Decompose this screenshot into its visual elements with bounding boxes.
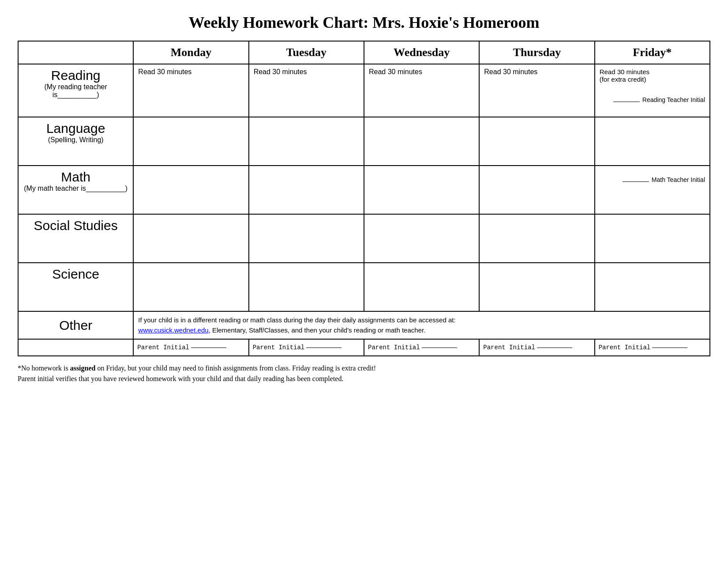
- parent-initial-thursday-blank: [537, 348, 572, 348]
- page-title: Weekly Homework Chart: Mrs. Hoxie's Home…: [18, 13, 710, 32]
- language-subject-sub: (Spelling, Writing): [23, 136, 128, 144]
- reading-friday-cell: Read 30 minutes (for extra credit) Readi…: [595, 64, 710, 117]
- parent-initial-thursday-cell: Parent Initial: [479, 339, 594, 356]
- reading-tuesday-cell: Read 30 minutes: [249, 64, 364, 117]
- social-studies-row: Social Studies: [18, 214, 710, 263]
- math-tuesday-cell: [249, 166, 364, 214]
- language-monday-cell: [133, 117, 248, 166]
- parent-initial-wednesday-label: Parent Initial: [368, 344, 420, 351]
- header-subject: [18, 41, 133, 64]
- parent-initial-tuesday-blank: [306, 348, 341, 348]
- reading-friday-text: Read 30 minutes (for extra credit): [600, 68, 705, 87]
- math-thursday-cell: [479, 166, 594, 214]
- other-row: Other If your child is in a different re…: [18, 311, 710, 339]
- social-tuesday-cell: [249, 214, 364, 263]
- math-initial-blank: [623, 181, 649, 182]
- math-monday-cell: [133, 166, 248, 214]
- science-friday-cell: [595, 263, 710, 311]
- language-friday-cell: [595, 117, 710, 166]
- footer-suffix: on Friday, but your child may need to fi…: [95, 364, 376, 372]
- social-monday-cell: [133, 214, 248, 263]
- reading-thursday-text: Read 30 minutes: [484, 68, 537, 76]
- reading-wednesday-cell: Read 30 minutes: [364, 64, 479, 117]
- parent-initial-wednesday-cell: Parent Initial: [364, 339, 479, 356]
- footer-bold: assigned: [70, 364, 96, 372]
- parent-initial-friday-cell: Parent Initial: [595, 339, 710, 356]
- reading-monday-cell: Read 30 minutes: [133, 64, 248, 117]
- science-thursday-cell: [479, 263, 594, 311]
- social-friday-cell: [595, 214, 710, 263]
- header-tuesday: Tuesday: [249, 41, 364, 64]
- language-wednesday-cell: [364, 117, 479, 166]
- math-wednesday-cell: [364, 166, 479, 214]
- parent-initial-friday-blank: [652, 348, 687, 348]
- reading-row: Reading (My reading teacher is__________…: [18, 64, 710, 117]
- parent-initial-empty-cell: [18, 339, 133, 356]
- science-monday-cell: [133, 263, 248, 311]
- science-subject-name: Science: [23, 267, 128, 282]
- math-subject-name: Math: [23, 170, 128, 185]
- language-subject-cell: Language (Spelling, Writing): [18, 117, 133, 166]
- language-subject-name: Language: [23, 121, 128, 136]
- parent-initial-tuesday-cell: Parent Initial: [249, 339, 364, 356]
- reading-monday-text: Read 30 minutes: [138, 68, 191, 76]
- math-friday-cell: Math Teacher Initial: [595, 166, 710, 214]
- reading-subject-sub: (My reading teacher is__________): [23, 83, 128, 99]
- header-monday: Monday: [133, 41, 248, 64]
- footer-line2: Parent initial verifies that you have re…: [18, 374, 710, 384]
- parent-initial-friday-label: Parent Initial: [599, 344, 651, 351]
- math-subject-cell: Math (My math teacher is__________): [18, 166, 133, 214]
- language-thursday-cell: [479, 117, 594, 166]
- parent-initial-thursday-label: Parent Initial: [483, 344, 535, 351]
- reading-teacher-label: Reading Teacher Initial: [642, 96, 705, 103]
- social-thursday-cell: [479, 214, 594, 263]
- other-info-text: If your child is in a different reading …: [138, 316, 455, 324]
- math-subject-sub: (My math teacher is__________): [23, 185, 128, 193]
- parent-initial-monday-cell: Parent Initial: [133, 339, 248, 356]
- language-tuesday-cell: [249, 117, 364, 166]
- other-info-text2: , Elementary, Staff/Classes, and then yo…: [209, 326, 426, 334]
- other-info-link[interactable]: www.cusick.wednet.edu: [138, 326, 208, 334]
- math-teacher-initial: Math Teacher Initial: [600, 176, 705, 183]
- social-subject-name: Social Studies: [23, 218, 128, 233]
- science-wednesday-cell: [364, 263, 479, 311]
- footer-line1: *No homework is assigned on Friday, but …: [18, 363, 710, 374]
- math-row: Math (My math teacher is__________) Math…: [18, 166, 710, 214]
- reading-teacher-initial: Reading Teacher Initial: [600, 96, 705, 103]
- science-row: Science: [18, 263, 710, 311]
- header-row: Monday Tuesday Wednesday Thursday Friday…: [18, 41, 710, 64]
- footer-text: *No homework is assigned on Friday, but …: [18, 363, 710, 384]
- reading-wednesday-text: Read 30 minutes: [369, 68, 422, 76]
- parent-initial-tuesday-label: Parent Initial: [253, 344, 305, 351]
- social-subject-cell: Social Studies: [18, 214, 133, 263]
- reading-tuesday-text: Read 30 minutes: [254, 68, 307, 76]
- reading-subject-name: Reading: [23, 68, 128, 83]
- header-thursday: Thursday: [479, 41, 594, 64]
- reading-subject-cell: Reading (My reading teacher is__________…: [18, 64, 133, 117]
- math-teacher-label: Math Teacher Initial: [652, 176, 705, 183]
- parent-initial-wednesday-blank: [422, 348, 457, 348]
- header-friday: Friday*: [595, 41, 710, 64]
- homework-chart: Monday Tuesday Wednesday Thursday Friday…: [18, 41, 710, 356]
- reading-thursday-cell: Read 30 minutes: [479, 64, 594, 117]
- science-subject-cell: Science: [18, 263, 133, 311]
- footer-prefix: *No homework is: [18, 364, 70, 372]
- social-wednesday-cell: [364, 214, 479, 263]
- other-subject-name: Other: [23, 315, 128, 335]
- other-subject-cell: Other: [18, 311, 133, 339]
- language-row: Language (Spelling, Writing): [18, 117, 710, 166]
- other-info-cell: If your child is in a different reading …: [133, 311, 710, 339]
- science-tuesday-cell: [249, 263, 364, 311]
- parent-initial-monday-blank: [191, 348, 226, 348]
- header-wednesday: Wednesday: [364, 41, 479, 64]
- parent-initial-row: Parent Initial Parent Initial Parent Ini…: [18, 339, 710, 356]
- reading-initial-blank: [613, 102, 640, 102]
- parent-initial-monday-label: Parent Initial: [137, 344, 189, 351]
